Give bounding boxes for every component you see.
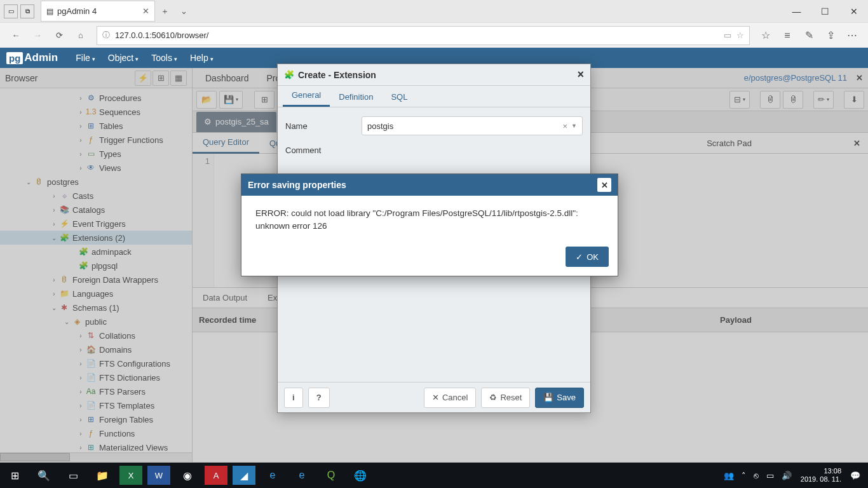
search-icon[interactable]: 🔍 (29, 463, 58, 488)
window-maximize-button[interactable]: ☐ (811, 2, 839, 21)
site-info-icon[interactable]: ⓘ (102, 30, 110, 41)
reset-button[interactable]: ♻Reset (481, 388, 530, 408)
close-icon: ✕ (432, 393, 439, 402)
tray-people-icon[interactable]: 👥 (720, 471, 738, 480)
windows-taskbar: ⊞ 🔍 ▭ 📁 X W ◉ A ◢ e e Q 🌐 👥 ˄ ⎋ ▭ 🔊 13:0… (0, 463, 868, 488)
nav-refresh-button[interactable]: ⟳ (48, 25, 70, 46)
tray-volume-icon[interactable]: 🔊 (778, 471, 796, 480)
tab-actions-icon[interactable]: ⌄ (174, 2, 193, 21)
nav-back-button[interactable]: ← (5, 25, 27, 46)
save-icon: 💾 (543, 393, 553, 402)
task-view-icon[interactable]: ▭ (58, 463, 88, 488)
tab-close-icon[interactable]: ✕ (142, 6, 149, 16)
taskbar-chrome-icon[interactable]: ◉ (173, 463, 202, 488)
url-input[interactable] (115, 30, 724, 40)
menu-object[interactable]: Object▾ (102, 53, 145, 63)
dialog-title: Create - Extension (298, 70, 376, 80)
address-bar[interactable]: ⓘ ▭ ☆ (97, 26, 750, 45)
dialog-close-icon[interactable]: × (577, 68, 584, 81)
ok-button[interactable]: ✓OK (566, 247, 609, 267)
window-controls: — ☐ ✕ (782, 2, 868, 21)
error-message: ERROR: could not load library "C:/Progra… (241, 196, 618, 240)
edge-recent-icon[interactable]: ▭ (4, 4, 18, 18)
comment-label: Comment (285, 146, 362, 155)
dialog-tab-row: General Definition SQL (278, 86, 590, 107)
error-header[interactable]: Error saving properties ✕ (241, 174, 618, 196)
taskbar-excel-icon[interactable]: X (119, 466, 142, 485)
browser-nav-bar: ← → ⟳ ⌂ ⓘ ▭ ☆ ☆ ≡ ✎ ⇪ ⋯ (0, 22, 868, 48)
reading-list-icon[interactable]: ≡ (776, 25, 798, 46)
info-button[interactable]: i (284, 388, 303, 408)
error-footer: ✓OK (241, 240, 618, 276)
share-icon[interactable]: ⇪ (820, 25, 841, 46)
check-icon: ✓ (576, 252, 583, 262)
pgadmin-logo: pgAdmin (6, 51, 58, 64)
name-select[interactable]: postgis × ▼ (362, 116, 583, 135)
tab-definition[interactable]: Definition (330, 87, 382, 107)
clear-icon[interactable]: × (562, 121, 567, 131)
settings-icon[interactable]: ⋯ (841, 25, 863, 46)
field-comment-row: Comment (285, 146, 583, 155)
taskbar-word-icon[interactable]: W (147, 466, 170, 485)
edge-tabs-aside-icon[interactable]: ⧉ (20, 4, 34, 18)
taskbar-ie-icon[interactable]: e (258, 463, 287, 488)
new-tab-button[interactable]: ＋ (155, 2, 174, 21)
error-close-icon[interactable]: ✕ (597, 178, 611, 192)
browser-tab-pgadmin[interactable]: ▤ pgAdmin 4 ✕ (41, 1, 155, 22)
browser-tab-strip: ▭ ⧉ ▤ pgAdmin 4 ✕ ＋ ⌄ — ☐ ✕ (0, 0, 868, 22)
reading-view-icon[interactable]: ▭ (724, 30, 731, 40)
tray-bluetooth-icon[interactable]: ⎋ (750, 471, 763, 480)
nav-home-button[interactable]: ⌂ (70, 25, 92, 46)
tab-general[interactable]: General (283, 85, 330, 107)
taskbar-clock[interactable]: 13:08 2019. 08. 11. (796, 467, 846, 484)
tab-title: pgAdmin 4 (57, 6, 97, 16)
menu-tools[interactable]: Tools▾ (145, 53, 184, 63)
tray-overflow-icon[interactable]: ˄ (738, 471, 750, 480)
tray-notifications-icon[interactable]: 💬 (846, 471, 864, 480)
tray-battery-icon[interactable]: ▭ (763, 471, 778, 480)
notes-icon[interactable]: ✎ (798, 25, 820, 46)
error-title: Error saving properties (248, 180, 346, 190)
window-close-button[interactable]: ✕ (839, 2, 868, 21)
extension-icon: 🧩 (284, 70, 294, 79)
favorite-icon[interactable]: ☆ (736, 30, 744, 40)
browser-chrome: ▭ ⧉ ▤ pgAdmin 4 ✕ ＋ ⌄ — ☐ ✕ ← → ⟳ ⌂ ⓘ ▭ … (0, 0, 868, 48)
field-name-row: Name postgis × ▼ (285, 116, 583, 135)
taskbar-globe-icon[interactable]: 🌐 (346, 463, 375, 488)
window-minimize-button[interactable]: — (782, 2, 811, 21)
menu-help[interactable]: Help▾ (184, 53, 220, 63)
save-button[interactable]: 💾Save (535, 388, 584, 408)
taskbar-edge-icon[interactable]: e (287, 463, 316, 488)
nav-forward-button[interactable]: → (27, 25, 48, 46)
cancel-button[interactable]: ✕Cancel (424, 388, 476, 408)
taskbar-qgis-icon[interactable]: Q (316, 463, 346, 488)
error-dialog: Error saving properties ✕ ERROR: could n… (241, 173, 618, 276)
menu-file[interactable]: File▾ (69, 53, 102, 63)
tab-sql[interactable]: SQL (382, 87, 416, 107)
dialog-footer: i ? ✕Cancel ♻Reset 💾Save (278, 382, 590, 412)
dialog-header[interactable]: 🧩 Create - Extension × (278, 64, 590, 86)
help-button[interactable]: ? (308, 388, 330, 408)
name-label: Name (285, 121, 362, 131)
start-button[interactable]: ⊞ (0, 463, 29, 488)
browser-right-icons: ☆ ≡ ✎ ⇪ ⋯ (755, 25, 863, 46)
chevron-down-icon[interactable]: ▼ (571, 123, 577, 129)
taskbar-app-icon[interactable]: ◢ (233, 466, 255, 485)
taskbar-acrobat-icon[interactable]: A (205, 466, 227, 485)
taskbar-explorer-icon[interactable]: 📁 (88, 463, 117, 488)
pgadmin-menus: File▾ Object▾ Tools▾ Help▾ (69, 53, 220, 63)
favorites-icon[interactable]: ☆ (755, 25, 776, 46)
reset-icon: ♻ (489, 393, 497, 402)
tab-favicon-icon: ▤ (46, 7, 53, 16)
system-tray: 👥 ˄ ⎋ ▭ 🔊 13:08 2019. 08. 11. 💬 (720, 467, 868, 484)
